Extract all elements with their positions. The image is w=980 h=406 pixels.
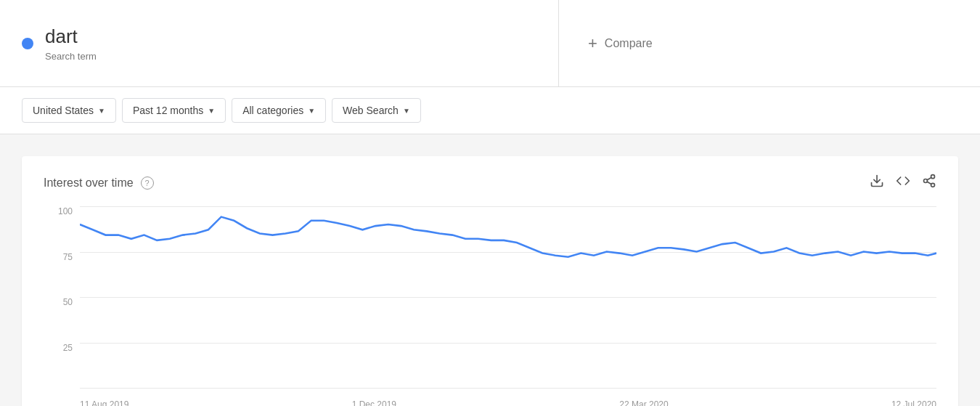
chart-header: Interest over time ? [44,174,936,192]
filter-search-type[interactable]: Web Search ▼ [332,98,421,123]
y-label-100: 100 [44,206,80,216]
chart-inner: 11 Aug 2019 1 Dec 2019 22 Mar 2020 12 Ju… [80,206,936,406]
compare-plus-icon: + [588,34,597,53]
y-label-50: 50 [44,297,80,307]
help-icon[interactable]: ? [141,176,154,190]
chevron-down-icon: ▼ [403,107,410,115]
main-content: Interest over time ? [0,134,980,406]
filter-time[interactable]: Past 12 months ▼ [122,98,226,123]
search-term-text: dart Search term [45,25,97,62]
search-term-label: Search term [45,51,97,62]
search-term-name: dart [45,25,97,48]
svg-line-4 [927,182,931,184]
compare-section[interactable]: + Compare [559,0,980,86]
filter-time-label: Past 12 months [133,105,203,116]
filter-category-label: All categories [242,105,303,116]
x-label-jul2020: 12 Jul 2020 [891,399,936,406]
chevron-down-icon: ▼ [98,107,105,115]
search-term-section: dart Search term [0,0,559,86]
svg-line-5 [927,177,931,179]
x-label-aug2019: 11 Aug 2019 [80,399,128,406]
chart-title-group: Interest over time ? [44,176,154,190]
search-term-dot [22,38,33,49]
x-axis-labels: 11 Aug 2019 1 Dec 2019 22 Mar 2020 12 Ju… [80,388,936,406]
chart-area: 100 75 50 25 [44,206,936,406]
share-icon[interactable] [922,174,936,192]
top-bar: dart Search term + Compare [0,0,980,87]
x-label-mar2020: 22 Mar 2020 [619,399,668,406]
filter-region[interactable]: United States ▼ [22,98,116,123]
chart-actions [870,174,936,192]
y-axis: 100 75 50 25 [44,206,80,388]
y-label-75: 75 [44,252,80,262]
chart-title: Interest over time [44,176,134,190]
line-chart-svg [80,206,936,388]
chevron-down-icon: ▼ [308,107,315,115]
chevron-down-icon: ▼ [208,107,215,115]
x-label-dec2019: 1 Dec 2019 [352,399,396,406]
embed-icon[interactable] [896,174,910,192]
filter-search-type-label: Web Search [343,105,399,116]
compare-button[interactable]: + Compare [588,34,653,53]
y-label-25: 25 [44,343,80,353]
filter-category[interactable]: All categories ▼ [232,98,326,123]
filter-region-label: United States [33,105,94,116]
download-icon[interactable] [870,174,884,192]
compare-label: Compare [605,37,653,50]
interest-over-time-chart: Interest over time ? [22,156,958,406]
filter-bar: United States ▼ Past 12 months ▼ All cat… [0,87,980,134]
